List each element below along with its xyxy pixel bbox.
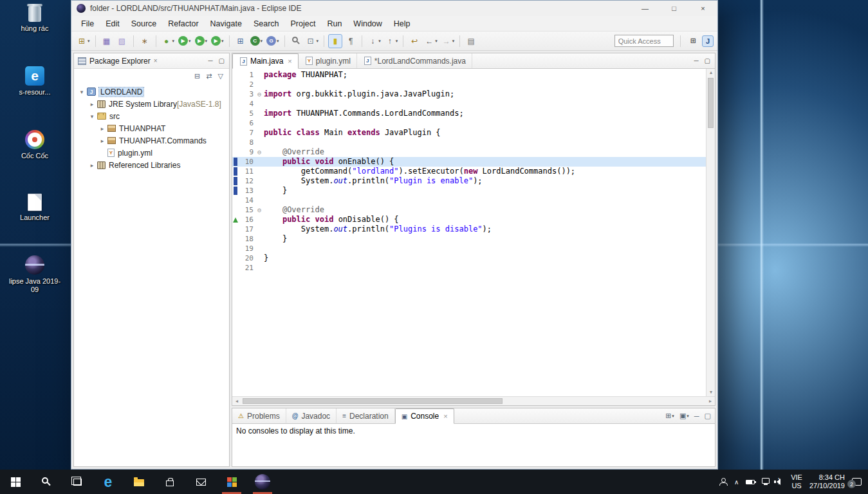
people-icon[interactable] [719, 478, 727, 486]
code-line-20[interactable]: 20} [232, 253, 706, 263]
mail-icon[interactable] [185, 470, 216, 494]
console-tab-console[interactable]: ▣Console× [395, 408, 454, 424]
menu-edit[interactable]: Edit [100, 18, 125, 30]
minimize-console-icon[interactable]: ─ [694, 412, 699, 420]
forward-icon[interactable]: →▾ [440, 34, 456, 48]
code-line-7[interactable]: 7public class Main extends JavaPlugin { [232, 128, 706, 138]
network-icon[interactable] [762, 478, 770, 486]
pinned-app-icon[interactable] [216, 470, 247, 494]
code-line-4[interactable]: 4 [232, 99, 706, 109]
save-icon[interactable]: ▦ [100, 34, 114, 48]
eclipse-java-icon[interactable]: lipse Java 2019-09 [3, 255, 67, 294]
code-line-3[interactable]: 3⊖import org.bukkit.plugin.java.JavaPlug… [232, 89, 706, 99]
shared-resource-shortcut-icon[interactable]: es-resour... [3, 66, 67, 96]
scroll-left-icon[interactable] [232, 398, 241, 405]
vscroll-track[interactable] [706, 77, 715, 389]
code-line-17[interactable]: 17 System.out.println("Plugins is disabl… [232, 224, 706, 234]
console-tab-javadoc[interactable]: @Javadoc [286, 408, 337, 423]
coverage-icon[interactable]: ▶▾ [194, 34, 209, 48]
minimize-view-icon[interactable]: ─ [208, 57, 212, 64]
maximize-view-icon[interactable]: ▢ [219, 57, 225, 64]
recycle-bin-icon[interactable]: hùng rác [3, 4, 67, 33]
hscroll-track[interactable] [241, 397, 706, 405]
tray-chevron-up-icon[interactable] [734, 477, 739, 486]
external-tools-icon[interactable]: ▶▾ [210, 34, 225, 48]
minimize-button[interactable]: — [631, 1, 660, 16]
code-line-18[interactable]: 18 } [232, 234, 706, 244]
debug-icon[interactable]: ●▾ [160, 34, 176, 48]
tree-expanded-arrow-icon[interactable]: ▾ [78, 89, 86, 95]
collapse-all-icon[interactable]: ⊟ [194, 72, 200, 80]
new-java-project-icon[interactable]: ⊞ [234, 34, 248, 48]
title-bar[interactable]: folder - LORDLAND/src/THUANPHAT/Main.jav… [71, 1, 717, 16]
maximize-console-icon[interactable]: ▢ [705, 412, 711, 420]
save-all-icon[interactable]: ▧ [115, 34, 129, 48]
code-line-6[interactable]: 6 [232, 118, 706, 128]
vscroll-thumb[interactable] [708, 78, 714, 128]
tree-expanded-arrow-icon[interactable]: ▾ [88, 113, 96, 120]
tree-collapsed-arrow-icon[interactable]: ▸ [98, 125, 106, 132]
code-line-12[interactable]: 12 System.out.println("Plugin is enable"… [232, 176, 706, 186]
scroll-down-icon[interactable] [706, 389, 716, 396]
menu-window[interactable]: Window [347, 18, 387, 30]
new-class-icon[interactable]: C▾ [249, 34, 264, 48]
code-line-13[interactable]: 13 } [232, 186, 706, 196]
display-selected-console-icon[interactable]: ▣▾ [679, 412, 689, 420]
language-indicator[interactable]: VIE US [791, 473, 802, 490]
volume-icon[interactable] [777, 479, 784, 485]
tree-collapsed-arrow-icon[interactable]: ▸ [98, 138, 106, 144]
code-line-1[interactable]: 1package THUANPHAT; [232, 70, 706, 80]
file-explorer-icon[interactable] [124, 470, 154, 494]
open-task-icon[interactable]: ⊡▾ [304, 34, 320, 48]
open-console-icon[interactable]: ⊞▾ [665, 412, 674, 420]
back-icon[interactable]: ←▾ [423, 34, 439, 48]
code-line-14[interactable]: 14 [232, 196, 706, 205]
hscroll-thumb[interactable] [243, 398, 503, 404]
tree-item-src[interactable]: ▾src [74, 110, 229, 122]
code-line-9[interactable]: 9⊖ @Override [232, 147, 706, 157]
code-line-10[interactable]: 10 public void onEnable() { [232, 157, 706, 167]
tree-item-thuanphat[interactable]: ▸THUANPHAT [74, 122, 229, 134]
notification-center-icon[interactable]: 2 [852, 478, 862, 486]
link-with-editor-icon[interactable]: ⇄ [206, 72, 212, 80]
previous-annotation-icon[interactable]: ↑▾ [383, 34, 400, 48]
tree-collapsed-arrow-icon[interactable]: ▸ [88, 101, 96, 107]
tree-collapsed-arrow-icon[interactable]: ▸ [88, 162, 96, 169]
console-tab-problems[interactable]: ⚠Problems [232, 408, 286, 423]
menu-help[interactable]: Help [388, 18, 416, 30]
menu-project[interactable]: Project [285, 18, 322, 30]
tree-item-plugin-yml[interactable]: Yplugin.yml [74, 147, 229, 159]
show-whitespace-icon[interactable]: ¶ [344, 34, 358, 48]
new-wizard-icon[interactable]: ⊞▾ [75, 34, 91, 48]
maximize-editor-icon[interactable]: ▢ [705, 57, 710, 64]
tree-item-lordland[interactable]: ▾JLORDLAND [74, 86, 229, 98]
tree-item-referenced-libraries[interactable]: ▸Referenced Libraries [74, 159, 229, 171]
code-line-8[interactable]: 8 [232, 138, 706, 147]
store-icon[interactable] [154, 470, 185, 494]
tree-item-jre-system-library[interactable]: ▸JRE System Library [JavaSE-1.8] [74, 98, 229, 110]
close-tab-icon[interactable]: × [443, 412, 447, 420]
scroll-up-icon[interactable] [706, 69, 716, 77]
close-tab-icon[interactable]: × [288, 57, 291, 65]
editor-tab-lordlandcommands-java[interactable]: J*LordLandCommands.java [357, 53, 472, 68]
last-edit-location-icon[interactable]: ↩ [407, 34, 421, 48]
console-tab-declaration[interactable]: ≡Declaration [337, 408, 395, 423]
editor-tab-plugin-yml[interactable]: Yplugin.yml [299, 53, 357, 68]
battery-icon[interactable] [746, 480, 755, 484]
menu-run[interactable]: Run [321, 18, 347, 30]
next-annotation-icon[interactable]: ↓▾ [366, 34, 382, 48]
minimize-editor-icon[interactable]: ─ [694, 57, 698, 64]
close-view-icon[interactable]: × [154, 57, 158, 64]
launcher-icon[interactable]: Launcher [3, 194, 67, 222]
menu-refactor[interactable]: Refactor [162, 18, 204, 30]
mark-occurrences-icon[interactable]: ▮ [328, 34, 342, 48]
taskbar-clock[interactable]: 8:34 CH 27/10/2019 [809, 473, 845, 490]
scroll-right-icon[interactable] [706, 398, 715, 405]
editor-hscrollbar[interactable] [232, 396, 715, 405]
menu-search[interactable]: Search [248, 18, 285, 30]
coc-coc-icon[interactable]: Cốc Cốc [3, 130, 67, 160]
editor-tab-main-java[interactable]: JMain.java× [232, 53, 299, 69]
tree-item-thuanphat-commands[interactable]: ▸THUANPHAT.Commands [74, 134, 229, 147]
code-line-21[interactable]: 21 [232, 263, 706, 273]
open-perspective-icon[interactable]: ⊞ [687, 35, 699, 46]
